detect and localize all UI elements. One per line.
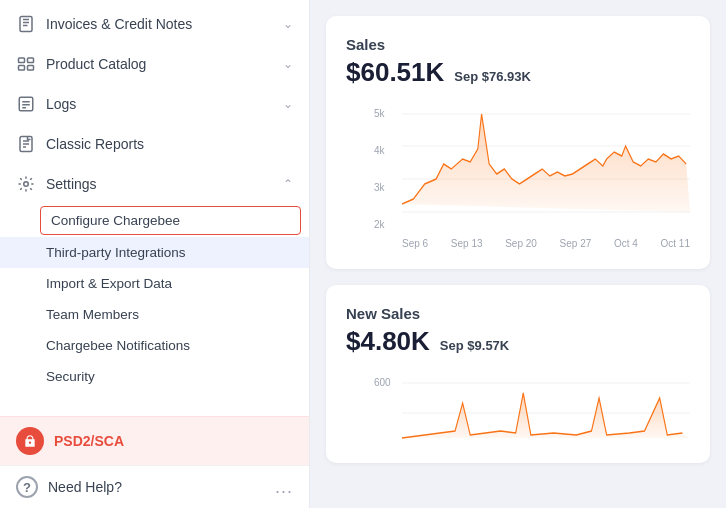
chevron-down-icon: ⌄: [283, 57, 293, 71]
import-export-label: Import & Export Data: [46, 276, 172, 291]
sidebar-item-third-party[interactable]: Third-party Integrations: [0, 237, 309, 268]
y-label-600: 600: [374, 377, 391, 388]
sidebar-item-classic-reports[interactable]: Classic Reports: [0, 124, 309, 164]
help-label: Need Help?: [48, 479, 265, 495]
new-sales-compare: Sep $9.57K: [440, 338, 509, 353]
help-icon: ?: [16, 476, 38, 498]
sidebar-item-settings-label: Settings: [46, 176, 273, 192]
third-party-label: Third-party Integrations: [46, 245, 186, 260]
security-label: Security: [46, 369, 95, 384]
sidebar-item-team-members[interactable]: Team Members: [0, 299, 309, 330]
sidebar-item-product-catalog[interactable]: Product Catalog ⌄: [0, 44, 309, 84]
sidebar-item-logs[interactable]: Logs ⌄: [0, 84, 309, 124]
help-dots[interactable]: ...: [275, 477, 293, 498]
sidebar-item-security[interactable]: Security: [0, 361, 309, 392]
catalog-icon: [16, 54, 36, 74]
new-sales-chart: [402, 373, 690, 443]
sidebar-item-logs-label: Logs: [46, 96, 273, 112]
y-label-3k: 3k: [374, 182, 402, 193]
chargebee-notifications-label: Chargebee Notifications: [46, 338, 190, 353]
new-sales-value: $4.80K: [346, 326, 430, 357]
document-icon: [16, 14, 36, 34]
psd2-label: PSD2/SCA: [54, 433, 124, 449]
x-label-oct4: Oct 4: [614, 238, 638, 249]
psd2-icon: [16, 427, 44, 455]
sales-compare: Sep $76.93K: [454, 69, 531, 84]
y-label-5k: 5k: [374, 108, 402, 119]
sales-chart-container: 5k 4k 3k 2k: [374, 104, 690, 249]
sales-value: $60.51K: [346, 57, 444, 88]
sidebar-item-reports-label: Classic Reports: [46, 136, 293, 152]
svg-point-16: [24, 182, 29, 187]
x-label-sep6: Sep 6: [402, 238, 428, 249]
settings-sub-items: Configure Chargebee Third-party Integrat…: [0, 206, 309, 392]
sales-x-labels: Sep 6 Sep 13 Sep 20 Sep 27 Oct 4 Oct 11: [402, 238, 690, 249]
new-sales-card: New Sales $4.80K Sep $9.57K 600: [326, 285, 710, 463]
x-label-sep20: Sep 20: [505, 238, 537, 249]
x-label-oct11: Oct 11: [661, 238, 690, 249]
new-sales-title: New Sales: [346, 305, 690, 322]
logs-icon: [16, 94, 36, 114]
sidebar-item-settings[interactable]: Settings ⌃: [0, 164, 309, 204]
settings-icon: [16, 174, 36, 194]
sidebar: Invoices & Credit Notes ⌄ Product Catalo…: [0, 0, 310, 508]
team-members-label: Team Members: [46, 307, 139, 322]
psd2-sca-bar[interactable]: PSD2/SCA: [0, 416, 309, 465]
svg-rect-6: [19, 66, 25, 71]
y-label-2k: 2k: [374, 219, 402, 230]
sidebar-item-import-export[interactable]: Import & Export Data: [0, 268, 309, 299]
sales-title: Sales: [346, 36, 690, 53]
sidebar-item-chargebee-notifications[interactable]: Chargebee Notifications: [0, 330, 309, 361]
new-sales-chart-container: 600: [374, 373, 690, 443]
sidebar-nav: Invoices & Credit Notes ⌄ Product Catalo…: [0, 0, 309, 416]
sidebar-item-configure-chargebee[interactable]: Configure Chargebee: [40, 206, 301, 235]
sidebar-item-catalog-label: Product Catalog: [46, 56, 273, 72]
svg-rect-7: [28, 66, 34, 71]
reports-icon: [16, 134, 36, 154]
x-label-sep27: Sep 27: [560, 238, 592, 249]
svg-rect-4: [19, 58, 25, 63]
help-bar[interactable]: ? Need Help? ...: [0, 465, 309, 508]
chevron-down-icon: ⌄: [283, 97, 293, 111]
chevron-up-icon: ⌃: [283, 177, 293, 191]
sales-card: Sales $60.51K Sep $76.93K 5k 4k 3k 2k: [326, 16, 710, 269]
y-label-4k: 4k: [374, 145, 402, 156]
sales-chart: [402, 104, 690, 234]
svg-rect-5: [28, 58, 34, 63]
sidebar-item-invoices-label: Invoices & Credit Notes: [46, 16, 273, 32]
sales-value-row: $60.51K Sep $76.93K: [346, 57, 690, 88]
main-content: Sales $60.51K Sep $76.93K 5k 4k 3k 2k: [310, 0, 726, 508]
new-sales-value-row: $4.80K Sep $9.57K: [346, 326, 690, 357]
sidebar-item-invoices[interactable]: Invoices & Credit Notes ⌄: [0, 4, 309, 44]
configure-chargebee-label: Configure Chargebee: [51, 213, 180, 228]
x-label-sep13: Sep 13: [451, 238, 483, 249]
chevron-down-icon: ⌄: [283, 17, 293, 31]
